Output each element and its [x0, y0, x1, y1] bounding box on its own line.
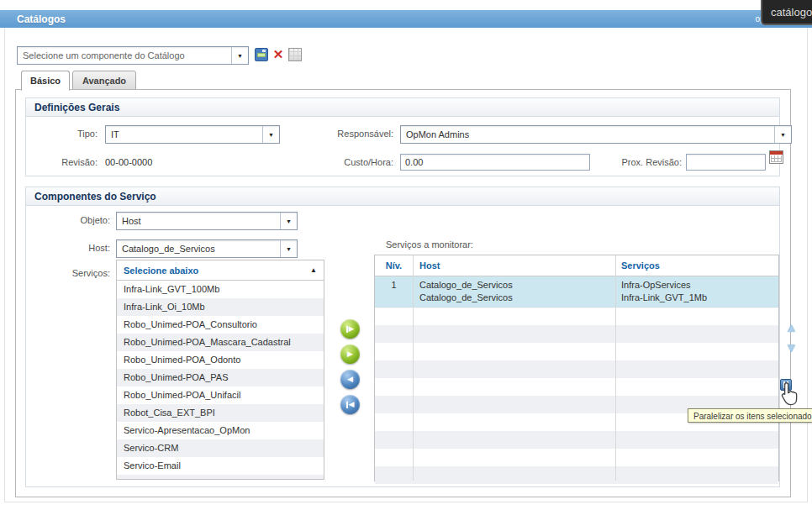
tipo-select[interactable]: IT ▼: [105, 125, 280, 144]
section-definicoes-gerais-title: Definições Gerais: [26, 98, 779, 117]
table-row[interactable]: [375, 308, 778, 325]
catalog-component-select[interactable]: Selecione um componente do Catálogo ▼: [17, 46, 249, 65]
outer-left-border: [4, 28, 5, 502]
move-selected-right-button[interactable]: ▶: [340, 344, 360, 364]
outer-bottom-border: [4, 502, 808, 502]
section-componentes-servico-title: Componentes do Serviço: [26, 187, 779, 206]
dropdown-arrow-icon[interactable]: ▼: [231, 47, 248, 64]
list-item[interactable]: Servico-CRM: [117, 439, 324, 457]
custo-hora-input[interactable]: 0.00: [400, 154, 590, 171]
play-right-icon: ▶: [347, 350, 353, 358]
move-down-icon[interactable]: ▼: [785, 342, 798, 354]
move-all-left-button[interactable]: ◀: [340, 395, 360, 414]
cell-hosts: Catalogo_de_Servicos Catalogo_de_Servico…: [413, 279, 614, 304]
table-row[interactable]: [375, 466, 778, 484]
section-definicoes-gerais: Definições Gerais Tipo: IT ▼ Responsável…: [25, 97, 780, 176]
tipo-select-value: IT: [106, 126, 262, 143]
dropdown-arrow-icon[interactable]: ▼: [280, 240, 297, 257]
tab-avancado-label: Avançado: [82, 76, 126, 86]
list-item[interactable]: Infra-Link_GVT_100Mb: [117, 281, 324, 298]
dropdown-arrow-icon[interactable]: ▼: [280, 213, 297, 229]
list-item[interactable]: Infra-Link_Oi_10Mb: [117, 298, 324, 316]
host-line: Catalogo_de_Servicos: [419, 279, 614, 292]
objeto-select-value: Host: [117, 213, 280, 229]
objeto-label: Objeto:: [51, 215, 110, 225]
list-item[interactable]: Robo_Unimed-POA_PAS: [117, 369, 324, 386]
list-item[interactable]: Servico-Email: [117, 457, 324, 475]
table-row-selected[interactable]: 1 Catalogo_de_Servicos Catalogo_de_Servi…: [375, 276, 778, 308]
monitor-list-label: Serviços a monitorar:: [386, 239, 473, 250]
objeto-select[interactable]: Host ▼: [116, 212, 298, 230]
save-icon[interactable]: [255, 48, 268, 61]
list-item[interactable]: Servico-Apresentacao_OpMon: [117, 422, 324, 439]
sort-asc-icon[interactable]: ▲: [310, 266, 324, 274]
col-niv[interactable]: Nív.: [375, 260, 413, 271]
list-item[interactable]: Robo_Unimed-POA_Odonto: [117, 351, 324, 369]
revisao-label: Revisão:: [43, 157, 98, 167]
table-header-row: Nív. Host Serviços: [375, 255, 778, 276]
cell-niv: 1: [375, 279, 413, 304]
dropdown-arrow-icon[interactable]: ▼: [262, 126, 279, 143]
responsavel-label: Responsável:: [324, 129, 393, 139]
host-line: Catalogo_de_Servicos: [419, 292, 614, 304]
hand-cursor-icon: [779, 381, 801, 406]
table-row[interactable]: [375, 360, 778, 378]
col-servicos[interactable]: Serviços: [614, 260, 660, 271]
custo-hora-label: Custo/Hora:: [324, 157, 393, 167]
list-item[interactable]: Robo_Unimed-POA_Mascara_Cadastral: [117, 334, 324, 351]
play-left-icon: ◀: [347, 376, 353, 383]
dropdown-arrow-icon[interactable]: ▼: [774, 126, 791, 143]
servicos-label: Serviços:: [51, 268, 110, 278]
cell-servicos: Infra-OpServices Infra-Link_GVT_1Mb: [614, 279, 707, 304]
outer-right-border: [807, 28, 808, 502]
monitored-services-table: Nív. Host Serviços 1 Catalogo_de_Servico…: [374, 255, 779, 481]
tab-content-panel: Definições Gerais Tipo: IT ▼ Responsável…: [15, 89, 791, 497]
table-row[interactable]: [375, 378, 778, 396]
list-item[interactable]: Robo_Unimed-POA_Consultorio: [117, 316, 324, 334]
bar-glyph: [346, 402, 348, 408]
table-row[interactable]: [375, 325, 778, 343]
move-selected-left-button[interactable]: ◀: [340, 370, 360, 389]
calendar-icon[interactable]: [769, 150, 783, 164]
table-row[interactable]: [375, 431, 778, 449]
delete-icon[interactable]: ✕: [272, 48, 285, 61]
play-right-icon: ▶: [349, 325, 355, 333]
responsavel-select-value: OpMon Admins: [401, 126, 774, 143]
grid-icon[interactable]: [288, 48, 302, 61]
tooltip: Paralelizar os itens selecionados: [688, 408, 812, 423]
services-list-header[interactable]: Selecione abaixo ▲: [117, 260, 324, 281]
tab-basico[interactable]: Básico: [21, 71, 70, 91]
title-bar: Catálogos opm: [0, 10, 812, 28]
catalog-page: Catálogos opm catálogo Selecione um comp…: [0, 0, 812, 510]
catalog-component-select-value: Selecione um componente do Catálogo: [18, 47, 231, 64]
service-line: Infra-OpServices: [621, 279, 707, 292]
page-title: Catálogos: [0, 13, 66, 25]
prox-revisao-input[interactable]: [686, 154, 766, 171]
tab-basico-label: Básico: [30, 76, 61, 86]
table-row[interactable]: [375, 449, 778, 466]
play-left-icon: ◀: [349, 401, 355, 408]
list-item[interactable]: Robo_Unimed-POA_Unifacil: [117, 386, 324, 404]
revisao-value: 00-00-0000: [105, 157, 152, 167]
responsavel-select[interactable]: OpMon Admins ▼: [400, 125, 792, 144]
tipo-label: Tipo:: [43, 129, 98, 139]
search-highlight-overlay: catálogo: [761, 0, 812, 25]
section-componentes-servico: Componentes do Serviço Objeto: Host ▼ Ho…: [25, 187, 780, 487]
available-services-list: Selecione abaixo ▲ Infra-Link_GVT_100Mb …: [116, 260, 324, 480]
bar-glyph: [346, 326, 348, 333]
services-list-header-label: Selecione abaixo: [117, 266, 310, 276]
move-all-right-button[interactable]: ▶: [340, 319, 360, 339]
list-item[interactable]: Robot_Cisa_EXT_BPI: [117, 404, 324, 422]
move-up-icon[interactable]: ▲: [785, 322, 798, 334]
prox-revisao-label: Prox. Revisão:: [614, 157, 682, 167]
overlay-text: catálogo: [771, 6, 812, 18]
tab-avancado[interactable]: Avançado: [72, 71, 136, 90]
host-select-value: Catalogo_de_Servicos: [117, 240, 280, 257]
service-line: Infra-Link_GVT_1Mb: [621, 292, 707, 304]
table-row[interactable]: [375, 343, 778, 360]
col-host[interactable]: Host: [413, 260, 614, 271]
host-label: Host:: [51, 243, 110, 253]
host-select[interactable]: Catalogo_de_Servicos ▼: [116, 239, 298, 258]
